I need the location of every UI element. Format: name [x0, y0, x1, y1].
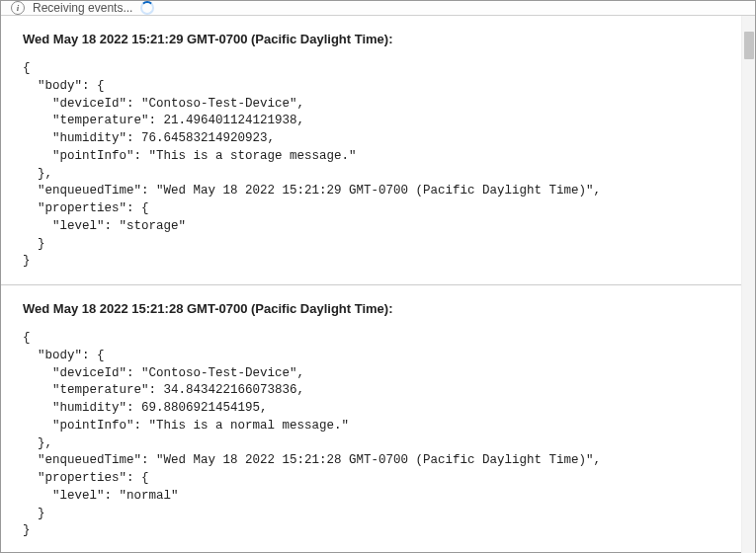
event-block: Wed May 18 2022 15:21:29 GMT-0700 (Pacif…: [1, 16, 741, 285]
event-timestamp-header: Wed May 18 2022 15:21:28 GMT-0700 (Pacif…: [23, 301, 719, 316]
status-bar: i Receiving events...: [1, 1, 755, 16]
vertical-scrollbar[interactable]: [741, 16, 755, 553]
event-json-body: { "body": { "deviceId": "Contoso-Test-De…: [23, 330, 719, 540]
event-timestamp-header: Wed May 18 2022 15:21:29 GMT-0700 (Pacif…: [23, 32, 719, 46]
event-json-body: { "body": { "deviceId": "Contoso-Test-De…: [23, 60, 719, 271]
scrollbar-thumb[interactable]: [744, 32, 754, 59]
status-text: Receiving events...: [33, 1, 132, 15]
content-wrap: Wed May 18 2022 15:21:29 GMT-0700 (Pacif…: [1, 16, 755, 553]
info-icon: i: [11, 1, 25, 15]
events-content: Wed May 18 2022 15:21:29 GMT-0700 (Pacif…: [1, 16, 741, 553]
events-window: i Receiving events... Wed May 18 2022 15…: [0, 0, 756, 553]
event-block: Wed May 18 2022 15:21:28 GMT-0700 (Pacif…: [1, 285, 741, 553]
loading-spinner-icon: [140, 1, 154, 15]
